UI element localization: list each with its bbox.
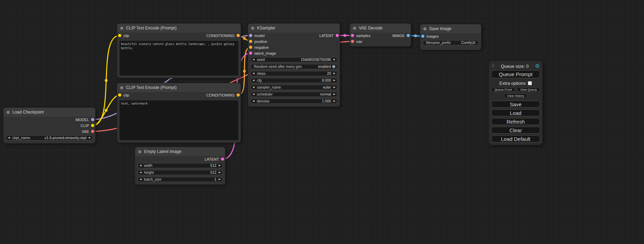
output-slot-conditioning[interactable]: CONDITIONING [206, 92, 241, 98]
input-slot-clip[interactable]: clip [117, 92, 129, 98]
view-queue-button[interactable]: View Queue [517, 87, 540, 92]
save-button[interactable]: Save [491, 101, 540, 108]
decrement-arrow-icon[interactable]: ◀ [140, 178, 141, 181]
decrement-arrow-icon[interactable]: ◀ [140, 171, 141, 174]
latent-input-dot[interactable] [351, 34, 354, 37]
model-output-dot[interactable] [91, 118, 94, 121]
node-title-bar[interactable]: Empty Latent Image [135, 147, 225, 156]
node-empty-latent-image[interactable]: Empty Latent Image LATENT ◀ width 512 ▶ … [135, 147, 225, 184]
collapse-dot[interactable] [120, 86, 123, 89]
vae-input-dot[interactable] [351, 40, 354, 43]
node-graph-canvas[interactable]: Load Checkpoint MODEL CLIP VAE ◀ ckpt_na… [0, 0, 644, 244]
input-slot-vae[interactable]: vae [350, 38, 362, 44]
link-midpoint-dot[interactable] [344, 34, 346, 37]
clip-input-dot[interactable] [118, 93, 121, 97]
image-input-dot[interactable] [421, 35, 424, 38]
model-input-dot[interactable] [249, 34, 252, 37]
conditioning-input-dot[interactable] [249, 40, 252, 43]
toggle-dot[interactable] [332, 65, 335, 68]
decrement-arrow-icon[interactable]: ◀ [253, 93, 254, 96]
cfg-widget[interactable]: ◀ cfg 8.000 ▶ [250, 78, 337, 83]
node-clip-text-encode-positive[interactable]: CLIP Text Encode (Prompt) clip CONDITION… [117, 24, 241, 78]
random-seed-toggle-widget[interactable]: Random seed after every gen enabled [250, 64, 337, 69]
conditioning-output-dot[interactable] [237, 34, 240, 37]
node-save-image[interactable]: Save Image images filename_prefix ComfyU… [420, 24, 481, 50]
prompt-textarea[interactable]: beautiful scenery nature glass bottle la… [120, 41, 238, 75]
batch-size-widget[interactable]: ◀ batch_size 1 ▶ [138, 177, 223, 182]
collapse-dot[interactable] [120, 27, 123, 30]
output-slot-clip[interactable]: CLIP [81, 123, 95, 128]
queue-front-button[interactable]: Queue Front [491, 87, 515, 92]
increment-arrow-icon[interactable]: ▶ [219, 164, 221, 167]
height-widget[interactable]: ◀ height 512 ▶ [138, 170, 223, 175]
node-load-checkpoint[interactable]: Load Checkpoint MODEL CLIP VAE ◀ ckpt_na… [3, 108, 95, 143]
width-widget[interactable]: ◀ width 512 ▶ [138, 163, 223, 168]
latent-output-dot[interactable] [221, 157, 224, 161]
link-midpoint-dot[interactable] [105, 109, 108, 112]
conditioning-output-dot[interactable] [237, 93, 240, 97]
image-output-dot[interactable] [407, 34, 410, 37]
increment-arrow-icon[interactable]: ▶ [334, 100, 335, 102]
decrement-arrow-icon[interactable]: ◀ [253, 86, 254, 89]
clear-button[interactable]: Clear [491, 127, 540, 134]
node-title-bar[interactable]: CLIP Text Encode (Prompt) [117, 83, 241, 92]
vae-output-dot[interactable] [91, 130, 94, 133]
output-slot-model[interactable]: MODEL [76, 117, 95, 123]
output-slot-latent[interactable]: LATENT [319, 33, 340, 38]
latent-output-dot[interactable] [336, 34, 339, 37]
link-midpoint-dot[interactable] [243, 37, 246, 40]
increment-arrow-icon[interactable]: ▶ [219, 178, 221, 181]
collapse-dot[interactable] [138, 150, 141, 153]
extra-options-checkbox[interactable] [528, 81, 532, 85]
seed-widget[interactable]: ◀ seed 156680208700286 ▶ [250, 57, 337, 62]
clip-output-dot[interactable] [91, 124, 94, 127]
decrement-arrow-icon[interactable]: ◀ [253, 72, 254, 75]
decrement-arrow-icon[interactable]: ◀ [8, 137, 10, 139]
link-midpoint-dot[interactable] [243, 70, 246, 73]
refresh-button[interactable]: Refresh [491, 118, 540, 125]
scheduler-widget[interactable]: ◀ scheduler normal ▶ [250, 92, 337, 97]
increment-arrow-icon[interactable]: ▶ [334, 79, 335, 82]
load-button[interactable]: Load [491, 109, 540, 116]
decrement-arrow-icon[interactable]: ◀ [253, 100, 254, 102]
input-slot-model[interactable]: model [248, 33, 265, 38]
increment-arrow-icon[interactable]: ▶ [334, 93, 335, 96]
queue-prompt-button[interactable]: Queue Prompt [491, 70, 540, 78]
decrement-arrow-icon[interactable]: ◀ [140, 164, 141, 167]
node-title-bar[interactable]: Load Checkpoint [3, 108, 95, 117]
output-slot-image[interactable]: IMAGE [392, 33, 411, 38]
prompt-textarea[interactable]: text, watermark [120, 100, 238, 140]
increment-arrow-icon[interactable]: ▶ [334, 86, 335, 89]
decrement-arrow-icon[interactable]: ◀ [253, 58, 254, 61]
collapse-dot[interactable] [7, 111, 10, 114]
filename-prefix-widget[interactable]: filename_prefix ComfyUI [423, 40, 479, 45]
conditioning-input-dot[interactable] [249, 46, 252, 49]
node-title-bar[interactable]: CLIP Text Encode (Prompt) [117, 24, 241, 33]
node-clip-text-encode-negative[interactable]: CLIP Text Encode (Prompt) clip CONDITION… [117, 83, 241, 143]
queue-menu-panel[interactable]: ⠿ Queue size: 0 ⚙ Queue Prompt Extra opt… [489, 61, 542, 145]
input-slot-clip[interactable]: clip [117, 33, 129, 38]
input-slot-images[interactable]: images [420, 33, 439, 39]
output-slot-vae[interactable]: VAE [82, 128, 95, 134]
increment-arrow-icon[interactable]: ▶ [334, 58, 335, 61]
link-midpoint-dot[interactable] [414, 35, 417, 37]
input-slot-negative[interactable]: negative [248, 44, 269, 50]
drag-handle-icon[interactable]: ⠿ [492, 64, 494, 69]
collapse-dot[interactable] [251, 27, 254, 30]
node-ksampler[interactable]: KSampler model LATENT positive negative [248, 24, 340, 107]
output-slot-conditioning[interactable]: CONDITIONING [206, 33, 241, 38]
node-vae-decode[interactable]: VAE Decode samples IMAGE vae [350, 24, 411, 46]
input-slot-samples[interactable]: samples [350, 33, 370, 38]
increment-arrow-icon[interactable]: ▶ [219, 171, 221, 174]
input-slot-positive[interactable]: positive [248, 38, 267, 44]
clip-input-dot[interactable] [118, 34, 121, 37]
ckpt-name-widget[interactable]: ◀ ckpt_name v1-5-pruned-emaonly.ckpt ▶ [6, 135, 93, 141]
collapse-dot[interactable] [353, 27, 356, 30]
node-title-bar[interactable]: KSampler [248, 24, 340, 33]
latent-input-dot[interactable] [249, 52, 252, 55]
view-history-button[interactable]: View History [504, 93, 528, 98]
denoise-widget[interactable]: ◀ denoise 1.000 ▶ [250, 99, 337, 104]
sampler-name-widget[interactable]: ◀ sampler_name euler ▶ [250, 85, 337, 90]
settings-gear-icon[interactable]: ⚙ [535, 64, 540, 69]
input-slot-latent-image[interactable]: latent_image [248, 50, 276, 56]
